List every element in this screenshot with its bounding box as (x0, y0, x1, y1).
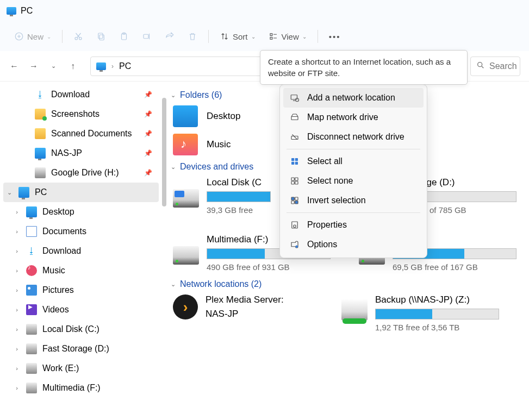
pictures-icon (26, 285, 37, 296)
more-button[interactable]: ••• (323, 29, 346, 45)
chevron-right-icon: › (13, 287, 21, 293)
back-button[interactable]: ← (9, 61, 20, 71)
sidebar-item-gdrive[interactable]: ›Google Drive (H:)📌 (0, 163, 162, 183)
new-label: New (27, 32, 43, 41)
sidebar-item-videos[interactable]: ›Videos (0, 300, 162, 319)
cut-button[interactable] (68, 28, 89, 45)
sidebar-item-nasjp[interactable]: ›NAS-JP📌 (0, 143, 162, 163)
properties-icon (290, 220, 300, 230)
sidebar-item-documents[interactable]: ›Documents (0, 222, 162, 241)
forward-button[interactable]: → (28, 61, 39, 71)
context-menu: Add a network location Map network drive… (279, 84, 427, 258)
up-button[interactable]: ↑ (67, 61, 78, 71)
sidebar-item-music[interactable]: ›Music (0, 261, 162, 280)
view-label: View (282, 32, 299, 41)
menu-disconnect-drive[interactable]: Disconnect network drive (283, 127, 424, 147)
ellipsis-icon: ••• (329, 32, 341, 41)
share-button[interactable] (159, 28, 180, 45)
videos-icon (26, 304, 37, 315)
usage-bar (413, 191, 516, 202)
svg-rect-26 (295, 201, 298, 204)
svg-rect-19 (291, 178, 294, 180)
folder-music[interactable]: Music (173, 134, 231, 155)
sidebar-item-desktop[interactable]: ›Desktop (0, 202, 162, 222)
copy-icon (96, 32, 106, 41)
drive-storage-d[interactable]: orage (D:) free of 785 GB (413, 177, 516, 215)
menu-separator (287, 212, 420, 213)
pc-icon (18, 187, 29, 198)
share-icon (165, 32, 175, 41)
drive-local-c[interactable]: Local Disk (C 39,3 GB free (173, 177, 271, 215)
sidebar-item-screenshots[interactable]: ›Screenshots📌 (0, 104, 162, 124)
desktop-icon (26, 206, 37, 217)
menu-options[interactable]: Options (283, 235, 424, 254)
svg-point-28 (294, 225, 296, 228)
chevron-down-icon: ⌄ (5, 189, 13, 196)
chevron-down-icon: ⌄ (171, 164, 176, 171)
svg-rect-8 (270, 34, 272, 36)
menu-select-none[interactable]: Select none (283, 171, 424, 191)
chevron-right-icon: › (111, 62, 114, 70)
new-button[interactable]: New ⌄ (9, 28, 57, 45)
window-title: PC (21, 6, 33, 16)
select-all-icon (290, 156, 300, 166)
sidebar-item-pc[interactable]: ⌄PC (3, 183, 159, 202)
sidebar-item-pictures[interactable]: ›Pictures (0, 280, 162, 300)
sidebar-item-worke[interactable]: ›Work (E:) (0, 359, 162, 378)
chevron-right-icon: › (13, 248, 21, 254)
sidebar-item-download2[interactable]: ›⭳Download (0, 241, 162, 261)
menu-properties[interactable]: Properties (283, 215, 424, 235)
sort-button[interactable]: Sort ⌄ (214, 28, 261, 45)
view-button[interactable]: View ⌄ (263, 28, 312, 45)
sidebar: ›⭳Download📌 ›Screenshots📌 ›Scanned Docum… (0, 82, 162, 420)
chevron-down-icon: ⌄ (47, 34, 51, 40)
sidebar-item-download[interactable]: ›⭳Download📌 (0, 85, 162, 104)
sidebar-item-fastd[interactable]: ›Fast Storage (D:) (0, 339, 162, 359)
chevron-right-icon: › (13, 267, 21, 274)
section-network[interactable]: ⌄ Network locations (2) (171, 279, 529, 289)
folder-desktop[interactable]: Desktop (173, 105, 240, 127)
delete-button[interactable] (182, 28, 203, 45)
recent-dropdown[interactable]: ⌄ (48, 62, 59, 70)
plex-icon: › (173, 294, 198, 319)
menu-map-network-drive[interactable]: Map network drive (283, 108, 424, 127)
menu-invert-selection[interactable]: Invert selection (283, 191, 424, 210)
monitor-globe-icon (290, 93, 300, 103)
search-icon (476, 61, 485, 72)
pin-icon: 📌 (144, 169, 152, 177)
invert-selection-icon (290, 196, 300, 205)
pin-icon: 📌 (144, 149, 152, 157)
svg-rect-20 (295, 178, 298, 180)
search-placeholder: Search (489, 61, 517, 71)
svg-rect-23 (291, 197, 294, 200)
menu-select-all[interactable]: Select all (283, 152, 424, 171)
sort-label: Sort (233, 32, 248, 41)
plus-circle-icon (14, 32, 24, 41)
download-icon: ⭳ (35, 89, 46, 100)
svg-rect-13 (291, 117, 298, 120)
select-none-icon (290, 176, 300, 186)
copy-button[interactable] (91, 28, 111, 45)
drive-icon (35, 167, 46, 178)
paste-button[interactable] (114, 28, 134, 45)
sidebar-item-localc[interactable]: ›Local Disk (C:) (0, 319, 162, 339)
pin-icon: 📌 (144, 91, 152, 98)
sidebar-item-multif[interactable]: ›Multimedia (F:) (0, 378, 162, 398)
drive-icon (26, 324, 37, 335)
sidebar-item-scanned[interactable]: ›Scanned Documents📌 (0, 124, 162, 143)
svg-rect-4 (98, 33, 103, 39)
svg-rect-17 (291, 162, 294, 165)
svg-rect-22 (295, 181, 298, 184)
cut-icon (73, 32, 83, 41)
menu-add-network-location[interactable]: Add a network location (283, 88, 424, 108)
svg-rect-3 (99, 35, 104, 40)
options-icon (290, 240, 300, 249)
download-icon: ⭳ (26, 246, 37, 256)
netloc-backup[interactable]: Backup (\\NAS-JP) (Z:) 1,92 TB free of 3… (341, 294, 499, 332)
folder-icon (35, 128, 46, 139)
netloc-plex[interactable]: › Plex Media Server: NAS-JP (173, 294, 314, 332)
chevron-down-icon: ⌄ (251, 34, 256, 40)
rename-button[interactable] (136, 28, 157, 45)
search-input[interactable]: Search (470, 57, 520, 76)
pc-icon (96, 62, 106, 70)
